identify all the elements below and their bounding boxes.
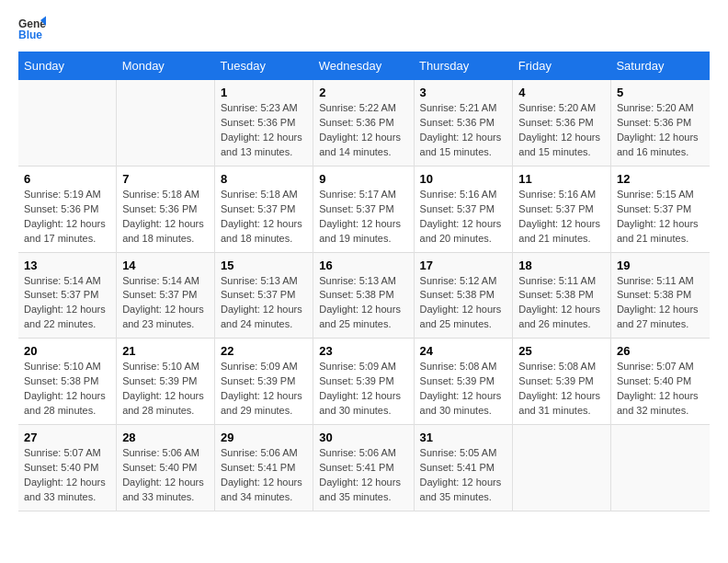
day-number: 16	[319, 259, 407, 272]
day-info: Sunrise: 5:06 AMSunset: 5:41 PMDaylight:…	[319, 446, 407, 505]
weekday-header: Sunday	[18, 52, 117, 80]
day-info: Sunrise: 5:16 AMSunset: 5:37 PMDaylight:…	[420, 188, 507, 247]
day-info: Sunrise: 5:13 AMSunset: 5:38 PMDaylight:…	[319, 274, 407, 333]
calendar-cell: 9Sunrise: 5:17 AMSunset: 5:37 PMDaylight…	[313, 166, 414, 252]
day-number: 4	[518, 86, 605, 99]
calendar-cell: 22Sunrise: 5:09 AMSunset: 5:39 PMDayligh…	[215, 339, 313, 425]
day-number: 9	[319, 172, 407, 186]
day-number: 6	[24, 172, 110, 186]
day-number: 28	[122, 431, 209, 444]
day-info: Sunrise: 5:20 AMSunset: 5:36 PMDaylight:…	[518, 101, 605, 160]
calendar-cell: 10Sunrise: 5:16 AMSunset: 5:37 PMDayligh…	[414, 166, 513, 252]
day-number: 23	[319, 344, 407, 358]
calendar-cell: 8Sunrise: 5:18 AMSunset: 5:37 PMDaylight…	[215, 166, 313, 252]
day-number: 22	[221, 344, 307, 358]
day-number: 20	[24, 344, 110, 358]
calendar-cell: 7Sunrise: 5:18 AMSunset: 5:36 PMDaylight…	[117, 166, 215, 252]
calendar-cell: 6Sunrise: 5:19 AMSunset: 5:36 PMDaylight…	[18, 166, 117, 252]
day-number: 30	[319, 431, 407, 444]
calendar-cell: 14Sunrise: 5:14 AMSunset: 5:37 PMDayligh…	[117, 252, 215, 339]
calendar-cell: 3Sunrise: 5:21 AMSunset: 5:36 PMDaylight…	[414, 80, 513, 166]
day-number: 18	[518, 259, 605, 272]
calendar-cell: 12Sunrise: 5:15 AMSunset: 5:37 PMDayligh…	[610, 166, 710, 252]
day-info: Sunrise: 5:14 AMSunset: 5:37 PMDaylight:…	[24, 274, 110, 333]
day-number: 27	[24, 431, 110, 444]
calendar-cell: 29Sunrise: 5:06 AMSunset: 5:41 PMDayligh…	[215, 425, 313, 511]
day-number: 11	[518, 172, 605, 186]
calendar-cell: 17Sunrise: 5:12 AMSunset: 5:38 PMDayligh…	[414, 252, 513, 339]
calendar-cell: 28Sunrise: 5:06 AMSunset: 5:40 PMDayligh…	[117, 425, 215, 511]
weekday-header: Thursday	[414, 52, 513, 80]
svg-text:Blue: Blue	[18, 29, 42, 41]
day-number: 15	[221, 259, 307, 272]
day-info: Sunrise: 5:15 AMSunset: 5:37 PMDaylight:…	[617, 188, 704, 247]
calendar-cell: 16Sunrise: 5:13 AMSunset: 5:38 PMDayligh…	[313, 252, 414, 339]
day-info: Sunrise: 5:10 AMSunset: 5:38 PMDaylight:…	[24, 360, 110, 419]
day-number: 7	[122, 172, 209, 186]
day-number: 21	[122, 344, 209, 358]
calendar-week-row: 13Sunrise: 5:14 AMSunset: 5:37 PMDayligh…	[18, 252, 710, 339]
day-info: Sunrise: 5:12 AMSunset: 5:38 PMDaylight:…	[420, 274, 507, 333]
calendar-cell: 2Sunrise: 5:22 AMSunset: 5:36 PMDaylight…	[313, 80, 414, 166]
calendar-header-row: SundayMondayTuesdayWednesdayThursdayFrid…	[18, 52, 710, 80]
day-info: Sunrise: 5:06 AMSunset: 5:41 PMDaylight:…	[221, 446, 307, 505]
day-info: Sunrise: 5:09 AMSunset: 5:39 PMDaylight:…	[221, 360, 307, 419]
weekday-header: Wednesday	[313, 52, 414, 80]
day-number: 26	[617, 344, 704, 358]
calendar-cell: 15Sunrise: 5:13 AMSunset: 5:37 PMDayligh…	[215, 252, 313, 339]
day-number: 2	[319, 86, 407, 99]
calendar-cell: 11Sunrise: 5:16 AMSunset: 5:37 PMDayligh…	[513, 166, 611, 252]
day-info: Sunrise: 5:18 AMSunset: 5:36 PMDaylight:…	[122, 188, 209, 247]
calendar-cell: 5Sunrise: 5:20 AMSunset: 5:36 PMDaylight…	[610, 80, 710, 166]
day-info: Sunrise: 5:22 AMSunset: 5:36 PMDaylight:…	[319, 101, 407, 160]
day-info: Sunrise: 5:08 AMSunset: 5:39 PMDaylight:…	[518, 360, 605, 419]
calendar-cell	[18, 80, 117, 166]
weekday-header: Saturday	[610, 52, 710, 80]
calendar-table: SundayMondayTuesdayWednesdayThursdayFrid…	[18, 52, 710, 511]
day-info: Sunrise: 5:17 AMSunset: 5:37 PMDaylight:…	[319, 188, 407, 247]
day-info: Sunrise: 5:05 AMSunset: 5:41 PMDaylight:…	[420, 446, 507, 505]
calendar-cell: 26Sunrise: 5:07 AMSunset: 5:40 PMDayligh…	[610, 339, 710, 425]
day-info: Sunrise: 5:10 AMSunset: 5:39 PMDaylight:…	[122, 360, 209, 419]
calendar-week-row: 27Sunrise: 5:07 AMSunset: 5:40 PMDayligh…	[18, 425, 710, 511]
day-info: Sunrise: 5:20 AMSunset: 5:36 PMDaylight:…	[617, 101, 704, 160]
calendar-cell: 25Sunrise: 5:08 AMSunset: 5:39 PMDayligh…	[513, 339, 611, 425]
day-number: 24	[420, 344, 507, 358]
day-info: Sunrise: 5:07 AMSunset: 5:40 PMDaylight:…	[24, 446, 110, 505]
calendar-cell: 31Sunrise: 5:05 AMSunset: 5:41 PMDayligh…	[414, 425, 513, 511]
day-info: Sunrise: 5:11 AMSunset: 5:38 PMDaylight:…	[518, 274, 605, 333]
day-number: 31	[420, 431, 507, 444]
calendar-cell	[610, 425, 710, 511]
day-info: Sunrise: 5:14 AMSunset: 5:37 PMDaylight:…	[122, 274, 209, 333]
calendar-week-row: 6Sunrise: 5:19 AMSunset: 5:36 PMDaylight…	[18, 166, 710, 252]
weekday-header: Monday	[117, 52, 215, 80]
day-number: 8	[221, 172, 307, 186]
day-info: Sunrise: 5:11 AMSunset: 5:38 PMDaylight:…	[617, 274, 704, 333]
calendar-cell	[117, 80, 215, 166]
day-info: Sunrise: 5:16 AMSunset: 5:37 PMDaylight:…	[518, 188, 605, 247]
day-number: 3	[420, 86, 507, 99]
calendar-cell: 4Sunrise: 5:20 AMSunset: 5:36 PMDaylight…	[513, 80, 611, 166]
logo-icon: General Blue	[18, 15, 46, 42]
day-number: 10	[420, 172, 507, 186]
day-number: 5	[617, 86, 704, 99]
calendar-cell: 23Sunrise: 5:09 AMSunset: 5:39 PMDayligh…	[313, 339, 414, 425]
weekday-header: Tuesday	[215, 52, 313, 80]
logo: General Blue	[18, 18, 51, 42]
day-info: Sunrise: 5:08 AMSunset: 5:39 PMDaylight:…	[420, 360, 507, 419]
calendar-cell: 20Sunrise: 5:10 AMSunset: 5:38 PMDayligh…	[18, 339, 117, 425]
day-number: 19	[617, 259, 704, 272]
calendar-cell: 18Sunrise: 5:11 AMSunset: 5:38 PMDayligh…	[513, 252, 611, 339]
day-info: Sunrise: 5:23 AMSunset: 5:36 PMDaylight:…	[221, 101, 307, 160]
day-info: Sunrise: 5:09 AMSunset: 5:39 PMDaylight:…	[319, 360, 407, 419]
day-number: 1	[221, 86, 307, 99]
page-header: General Blue	[18, 18, 710, 42]
day-number: 14	[122, 259, 209, 272]
calendar-week-row: 20Sunrise: 5:10 AMSunset: 5:38 PMDayligh…	[18, 339, 710, 425]
day-info: Sunrise: 5:18 AMSunset: 5:37 PMDaylight:…	[221, 188, 307, 247]
day-info: Sunrise: 5:21 AMSunset: 5:36 PMDaylight:…	[420, 101, 507, 160]
calendar-cell: 24Sunrise: 5:08 AMSunset: 5:39 PMDayligh…	[414, 339, 513, 425]
calendar-cell: 27Sunrise: 5:07 AMSunset: 5:40 PMDayligh…	[18, 425, 117, 511]
day-number: 29	[221, 431, 307, 444]
weekday-header: Friday	[513, 52, 611, 80]
